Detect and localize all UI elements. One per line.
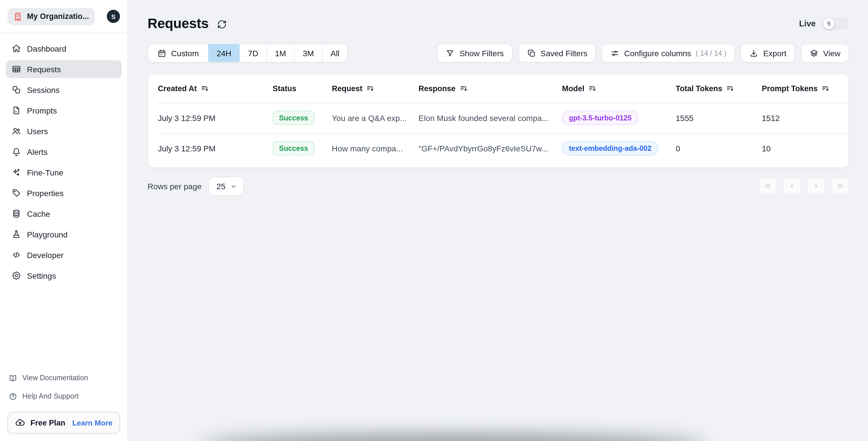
- column-header-created-at[interactable]: Created At: [158, 84, 273, 93]
- sort-icon[interactable]: [822, 84, 829, 92]
- sort-icon[interactable]: [588, 84, 596, 92]
- sidebar-item-label: Cache: [27, 209, 50, 218]
- layers-icon: [809, 48, 818, 58]
- sort-icon[interactable]: [726, 84, 734, 92]
- cell-created-at: July 3 12:59 PM: [158, 113, 273, 123]
- sidebar: My Organizatio... S Dashboard Requests S…: [0, 0, 128, 441]
- cell-request: You are a Q&A exp...: [332, 113, 418, 123]
- sort-icon[interactable]: [460, 84, 467, 92]
- learn-more-link[interactable]: Learn More: [72, 418, 113, 427]
- avatar[interactable]: S: [107, 10, 120, 23]
- table-row[interactable]: July 3 12:59 PM Success You are a Q&A ex…: [148, 103, 848, 133]
- refresh-icon[interactable]: [217, 19, 227, 29]
- column-header-model[interactable]: Model: [562, 84, 676, 93]
- sort-icon[interactable]: [367, 84, 374, 92]
- column-label: Response: [418, 84, 456, 93]
- bolt-slash-icon: [823, 18, 834, 29]
- configure-columns-button[interactable]: Configure columns ( 14 / 14 ): [601, 43, 735, 63]
- download-icon: [749, 48, 758, 58]
- sidebar-item-fine-tune[interactable]: Fine-Tune: [6, 164, 122, 181]
- saved-filters-button[interactable]: Saved Filters: [518, 43, 596, 63]
- table-footer: Rows per page 25: [148, 177, 849, 196]
- chevron-right-icon: [812, 182, 820, 191]
- sidebar-item-users[interactable]: Users: [6, 122, 122, 140]
- first-page-button[interactable]: [759, 177, 777, 195]
- footer-item-label: Help And Support: [22, 392, 79, 400]
- view-documentation-link[interactable]: View Documentation: [7, 370, 120, 386]
- main-content: Requests Live Custom 24H: [128, 0, 868, 441]
- button-label: Configure columns: [624, 48, 691, 58]
- table-icon: [11, 64, 21, 74]
- sidebar-item-developer[interactable]: Developer: [6, 246, 122, 264]
- sidebar-item-alerts[interactable]: Alerts: [6, 143, 122, 161]
- sidebar-item-cache[interactable]: Cache: [6, 205, 122, 223]
- column-header-prompt-tokens[interactable]: Prompt Tokens: [762, 84, 848, 93]
- sidebar-item-dashboard[interactable]: Dashboard: [6, 40, 122, 57]
- column-header-request[interactable]: Request: [332, 84, 418, 93]
- requests-table: Created At Status Request Response Model: [148, 73, 849, 168]
- cell-model: text-embedding-ada-002: [562, 141, 676, 156]
- org-name: My Organizatio...: [27, 12, 89, 21]
- live-toggle[interactable]: [823, 18, 849, 30]
- time-range-label: Custom: [171, 48, 198, 58]
- sidebar-item-properties[interactable]: Properties: [6, 184, 122, 202]
- sidebar-item-requests[interactable]: Requests: [6, 60, 122, 78]
- app: My Organizatio... S Dashboard Requests S…: [0, 0, 868, 441]
- column-label: Request: [332, 84, 363, 93]
- cell-request: How many compa...: [332, 144, 418, 153]
- next-page-button[interactable]: [807, 177, 825, 195]
- org-switcher[interactable]: My Organizatio...: [7, 8, 95, 25]
- column-header-response[interactable]: Response: [418, 84, 562, 93]
- model-badge: gpt-3.5-turbo-0125: [562, 111, 639, 125]
- time-range-3m[interactable]: 3M: [294, 44, 322, 62]
- table-header-row: Created At Status Request Response Model: [148, 74, 848, 103]
- column-label: Prompt Tokens: [762, 84, 818, 93]
- help-and-support-link[interactable]: Help And Support: [7, 388, 120, 404]
- button-label: View: [823, 48, 840, 58]
- model-badge: text-embedding-ada-002: [562, 141, 658, 156]
- time-range-7d[interactable]: 7D: [239, 44, 267, 62]
- book-open-icon: [9, 374, 17, 382]
- sidebar-item-prompts[interactable]: Prompts: [6, 102, 122, 119]
- gear-icon: [11, 271, 21, 280]
- sidebar-item-label: Users: [27, 127, 48, 136]
- view-button[interactable]: View: [801, 43, 849, 63]
- cloud-upload-icon: [15, 417, 25, 428]
- time-range-all[interactable]: All: [322, 44, 347, 62]
- sidebar-item-label: Sessions: [27, 85, 60, 94]
- prev-page-button[interactable]: [783, 177, 801, 195]
- cell-prompt-tokens: 1512: [762, 113, 848, 123]
- sort-icon[interactable]: [201, 84, 208, 92]
- rows-per-page-select[interactable]: 25: [208, 177, 244, 196]
- plan-banner[interactable]: Free Plan Learn More: [7, 412, 120, 434]
- export-button[interactable]: Export: [741, 43, 795, 63]
- sidebar-item-label: Developer: [27, 250, 64, 260]
- sidebar-item-label: Playground: [27, 230, 68, 239]
- table-row[interactable]: July 3 12:59 PM Success How many compa..…: [148, 133, 848, 164]
- time-range-custom[interactable]: Custom: [148, 44, 208, 62]
- column-header-status[interactable]: Status: [273, 84, 332, 93]
- sidebar-item-settings[interactable]: Settings: [6, 267, 122, 284]
- pagination: [759, 177, 849, 195]
- column-label: Status: [273, 84, 297, 93]
- users-icon: [11, 126, 21, 136]
- question-circle-icon: [9, 392, 17, 401]
- sidebar-item-label: Alerts: [27, 147, 48, 156]
- time-range-selector: Custom 24H 7D 1M 3M All: [148, 43, 348, 63]
- sidebar-nav: Dashboard Requests Sessions Prompts User…: [0, 33, 127, 284]
- status-badge: Success: [273, 111, 314, 125]
- bell-icon: [11, 147, 21, 157]
- funnel-icon: [446, 48, 455, 58]
- building-icon: [13, 12, 22, 21]
- time-range-1m[interactable]: 1M: [267, 44, 294, 62]
- time-range-24h[interactable]: 24H: [208, 44, 239, 62]
- org-header: My Organizatio... S: [0, 0, 127, 33]
- sidebar-item-sessions[interactable]: Sessions: [6, 81, 122, 99]
- column-label: Created At: [158, 84, 197, 93]
- sidebar-item-playground[interactable]: Playground: [6, 225, 122, 243]
- column-header-total-tokens[interactable]: Total Tokens: [676, 84, 762, 93]
- sparkles-icon: [11, 167, 21, 177]
- last-page-button[interactable]: [831, 177, 849, 195]
- show-filters-button[interactable]: Show Filters: [437, 43, 513, 63]
- plan-label: Free Plan: [30, 418, 65, 427]
